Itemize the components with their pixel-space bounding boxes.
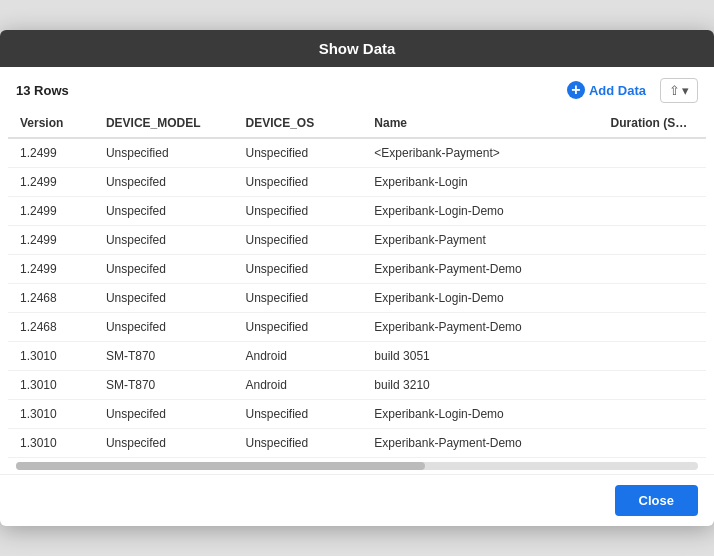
export-button[interactable]: ⇧ ▾ bbox=[660, 78, 698, 103]
table-row: 1.2499UnspecifedUnspecifiedExperibank-Pa… bbox=[8, 226, 706, 255]
cell-name: Experibank-Login-Demo bbox=[362, 284, 598, 313]
col-version: Version bbox=[8, 109, 94, 138]
cell-device-os: Unspecified bbox=[234, 226, 363, 255]
cell-device-os: Android bbox=[234, 342, 363, 371]
cell-duration bbox=[599, 400, 706, 429]
cell-device-model: Unspecified bbox=[94, 138, 234, 168]
rows-count: 13 Rows bbox=[16, 83, 69, 98]
table-row: 1.3010UnspecifedUnspecifiedExperibank-Pa… bbox=[8, 429, 706, 458]
cell-device-os: Unspecified bbox=[234, 429, 363, 458]
cell-name: Experibank-Login bbox=[362, 168, 598, 197]
cell-device-model: Unspecifed bbox=[94, 168, 234, 197]
toolbar-right: + Add Data ⇧ ▾ bbox=[561, 77, 698, 103]
col-name: Name bbox=[362, 109, 598, 138]
cell-device-model: Unspecifed bbox=[94, 400, 234, 429]
table-row: 1.2499UnspecifedUnspecifiedExperibank-Pa… bbox=[8, 255, 706, 284]
cell-name: Experibank-Login-Demo bbox=[362, 400, 598, 429]
scrollbar-thumb bbox=[16, 462, 425, 470]
col-device-model: DEVICE_MODEL bbox=[94, 109, 234, 138]
dialog-title: Show Data bbox=[319, 40, 396, 57]
dialog-toolbar: 13 Rows + Add Data ⇧ ▾ bbox=[0, 67, 714, 109]
table-scroll[interactable]: Version DEVICE_MODEL DEVICE_OS Name Dura… bbox=[8, 109, 706, 458]
cell-duration bbox=[599, 197, 706, 226]
cell-version: 1.2468 bbox=[8, 313, 94, 342]
cell-version: 1.2499 bbox=[8, 168, 94, 197]
table-row: 1.3010SM-T870Androidbuild 3051 bbox=[8, 342, 706, 371]
cell-version: 1.3010 bbox=[8, 400, 94, 429]
cell-device-model: Unspecifed bbox=[94, 197, 234, 226]
cell-duration bbox=[599, 138, 706, 168]
horizontal-scrollbar[interactable] bbox=[16, 462, 698, 470]
cell-duration bbox=[599, 168, 706, 197]
add-icon: + bbox=[567, 81, 585, 99]
cell-name: Experibank-Payment-Demo bbox=[362, 313, 598, 342]
add-data-button[interactable]: + Add Data bbox=[561, 77, 652, 103]
cell-duration bbox=[599, 255, 706, 284]
cell-duration bbox=[599, 371, 706, 400]
cell-device-os: Unspecified bbox=[234, 197, 363, 226]
cell-duration bbox=[599, 429, 706, 458]
cell-device-model: Unspecifed bbox=[94, 429, 234, 458]
close-button[interactable]: Close bbox=[615, 485, 698, 516]
chevron-down-icon: ▾ bbox=[682, 83, 689, 98]
cell-duration bbox=[599, 226, 706, 255]
cell-version: 1.2499 bbox=[8, 226, 94, 255]
cell-duration bbox=[599, 284, 706, 313]
table-row: 1.3010SM-T870Androidbuild 3210 bbox=[8, 371, 706, 400]
cell-device-os: Unspecified bbox=[234, 284, 363, 313]
cell-device-model: Unspecifed bbox=[94, 255, 234, 284]
cell-device-os: Unspecified bbox=[234, 400, 363, 429]
cell-name: Experibank-Login-Demo bbox=[362, 197, 598, 226]
dialog-header: Show Data bbox=[0, 30, 714, 67]
cell-duration bbox=[599, 342, 706, 371]
table-header-row: Version DEVICE_MODEL DEVICE_OS Name Dura… bbox=[8, 109, 706, 138]
cell-version: 1.3010 bbox=[8, 342, 94, 371]
cell-device-model: SM-T870 bbox=[94, 371, 234, 400]
col-device-os: DEVICE_OS bbox=[234, 109, 363, 138]
table-row: 1.3010UnspecifedUnspecifiedExperibank-Lo… bbox=[8, 400, 706, 429]
show-data-dialog: Show Data 13 Rows + Add Data ⇧ ▾ Version… bbox=[0, 30, 714, 526]
cell-version: 1.3010 bbox=[8, 371, 94, 400]
cell-device-os: Unspecified bbox=[234, 255, 363, 284]
cell-name: Experibank-Payment bbox=[362, 226, 598, 255]
cell-device-os: Unspecified bbox=[234, 313, 363, 342]
cell-version: 1.2499 bbox=[8, 197, 94, 226]
table-row: 1.2468UnspecifedUnspecifiedExperibank-Lo… bbox=[8, 284, 706, 313]
cell-device-model: Unspecifed bbox=[94, 284, 234, 313]
cell-name: <Experibank-Payment> bbox=[362, 138, 598, 168]
data-table: Version DEVICE_MODEL DEVICE_OS Name Dura… bbox=[8, 109, 706, 458]
cell-version: 1.3010 bbox=[8, 429, 94, 458]
table-row: 1.2499UnspecifiedUnspecified<Experibank-… bbox=[8, 138, 706, 168]
cell-version: 1.2499 bbox=[8, 255, 94, 284]
table-row: 1.2468UnspecifedUnspecifiedExperibank-Pa… bbox=[8, 313, 706, 342]
cell-device-os: Unspecified bbox=[234, 168, 363, 197]
cell-duration bbox=[599, 313, 706, 342]
cell-name: build 3051 bbox=[362, 342, 598, 371]
cell-name: Experibank-Payment-Demo bbox=[362, 255, 598, 284]
cell-name: Experibank-Payment-Demo bbox=[362, 429, 598, 458]
cell-version: 1.2499 bbox=[8, 138, 94, 168]
table-row: 1.2499UnspecifedUnspecifiedExperibank-Lo… bbox=[8, 197, 706, 226]
cell-device-os: Unspecified bbox=[234, 138, 363, 168]
col-duration: Duration (S… bbox=[599, 109, 706, 138]
export-icon: ⇧ bbox=[669, 83, 680, 98]
table-container: Version DEVICE_MODEL DEVICE_OS Name Dura… bbox=[0, 109, 714, 474]
cell-device-os: Android bbox=[234, 371, 363, 400]
add-data-label: Add Data bbox=[589, 83, 646, 98]
dialog-footer: Close bbox=[0, 474, 714, 526]
table-row: 1.2499UnspecifedUnspecifiedExperibank-Lo… bbox=[8, 168, 706, 197]
cell-version: 1.2468 bbox=[8, 284, 94, 313]
cell-device-model: Unspecifed bbox=[94, 226, 234, 255]
cell-name: build 3210 bbox=[362, 371, 598, 400]
cell-device-model: SM-T870 bbox=[94, 342, 234, 371]
cell-device-model: Unspecifed bbox=[94, 313, 234, 342]
